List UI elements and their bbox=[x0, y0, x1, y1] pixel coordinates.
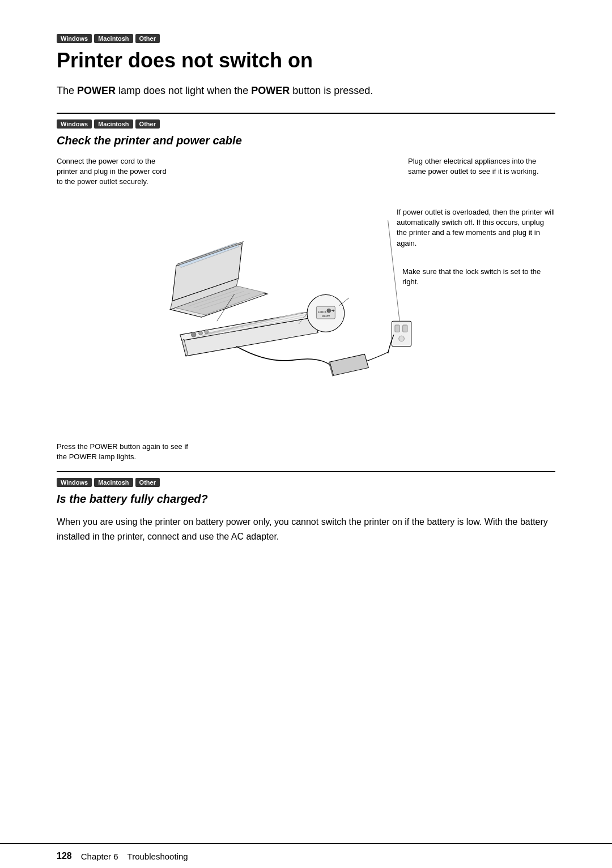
annotation-bottom-left: Press the POWER button again to see if t… bbox=[57, 442, 193, 462]
ac-adapter bbox=[329, 352, 388, 377]
page-container: Windows Macintosh Other Printer does not… bbox=[0, 0, 612, 868]
badge-windows: Windows bbox=[57, 34, 92, 43]
svg-line-20 bbox=[339, 298, 349, 306]
svg-point-7 bbox=[199, 331, 203, 335]
svg-point-6 bbox=[192, 332, 196, 337]
printer-illustration bbox=[180, 311, 318, 356]
s2-badge-windows: Windows bbox=[57, 478, 92, 487]
svg-rect-17 bbox=[403, 325, 407, 332]
svg-rect-15 bbox=[392, 321, 411, 347]
section1-header: Windows Macintosh Other bbox=[57, 113, 555, 129]
battery-section: Is the battery fully charged? When you a… bbox=[57, 493, 555, 544]
top-os-badges: Windows Macintosh Other bbox=[57, 34, 555, 43]
laptop-illustration bbox=[171, 242, 267, 318]
svg-text:LOCK: LOCK bbox=[318, 310, 326, 314]
svg-point-8 bbox=[205, 330, 209, 333]
footer-section: Troubleshooting bbox=[128, 852, 188, 861]
s2-badge-other: Other bbox=[135, 478, 160, 487]
section1-title: Check the printer and power cable bbox=[57, 134, 555, 147]
power-cord bbox=[236, 347, 333, 368]
s1-badge-windows: Windows bbox=[57, 119, 92, 129]
svg-line-21 bbox=[388, 220, 400, 321]
section2-title: Is the battery fully charged? bbox=[57, 493, 555, 506]
subtitle-paragraph: The POWER lamp does not light when the P… bbox=[57, 85, 555, 97]
page-footer: 128 Chapter 6 Troubleshooting bbox=[0, 843, 612, 868]
badge-other: Other bbox=[135, 34, 160, 43]
svg-rect-16 bbox=[395, 325, 400, 332]
footer-chapter: Chapter 6 bbox=[81, 852, 118, 861]
svg-point-18 bbox=[399, 336, 405, 341]
diagram-area: Connect the power cord to the printer an… bbox=[57, 156, 555, 462]
s2-badge-macintosh: Macintosh bbox=[94, 478, 133, 487]
badge-macintosh: Macintosh bbox=[94, 34, 133, 43]
diagram-svg: LOCK DC 8V bbox=[159, 156, 431, 439]
battery-paragraph: When you are using the printer on batter… bbox=[57, 515, 555, 544]
annotation-top-left: Connect the power cord to the printer an… bbox=[57, 156, 170, 187]
s1-badge-other: Other bbox=[135, 119, 160, 129]
subtitle-power-button: POWER bbox=[251, 85, 290, 96]
section2-header: Windows Macintosh Other bbox=[57, 471, 555, 487]
section1-os-badges: Windows Macintosh Other bbox=[57, 119, 555, 129]
svg-point-13 bbox=[327, 309, 331, 313]
subtitle-power-lamp: POWER bbox=[77, 85, 116, 96]
svg-text:DC 8V: DC 8V bbox=[322, 315, 330, 318]
footer-page-number: 128 bbox=[57, 851, 72, 861]
section2-os-badges: Windows Macintosh Other bbox=[57, 478, 555, 487]
wall-outlet bbox=[388, 321, 411, 353]
main-title: Printer does not switch on bbox=[57, 49, 555, 72]
s1-badge-macintosh: Macintosh bbox=[94, 119, 133, 129]
